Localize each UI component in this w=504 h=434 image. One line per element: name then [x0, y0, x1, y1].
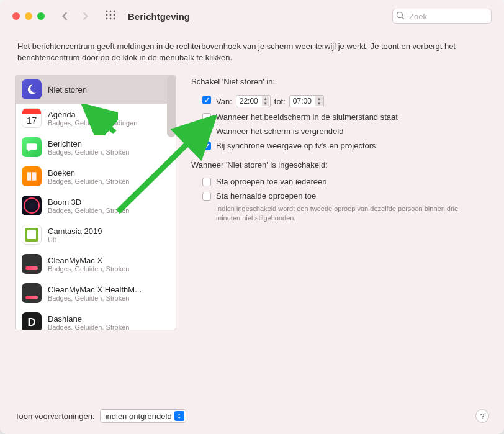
checkbox-locked[interactable] [202, 127, 211, 136]
search-input[interactable] [392, 9, 492, 24]
sidebar-item-dashlane[interactable]: D DashlaneBadges, Geluiden, Stroken [16, 308, 176, 330]
sidebar-item-agenda[interactable]: 17 AgendaBadges, Geluiden, Meldingen [16, 104, 176, 133]
forward-arrow-icon[interactable] [81, 12, 89, 20]
option-time-range: Van: 22:00 ▲▼ tot: 07:00 ▲▼ [191, 93, 484, 110]
grid-icon[interactable] [106, 10, 115, 22]
sidebar-item-boom3d[interactable]: Boom 3DBadges, Geluiden, Stroken [16, 191, 176, 220]
preview-select[interactable]: indien ontgrendeld ▲▼ [100, 409, 186, 423]
checkbox-mirroring[interactable] [202, 142, 211, 150]
option-label: Sta oproepen toe van iedereen [216, 177, 327, 186]
footer: Toon voorvertoningen: indien ontgrendeld… [15, 409, 489, 423]
svg-point-7 [110, 18, 112, 20]
sidebar-item-cleanmymac-health[interactable]: CleanMyMac X HealthM...Badges, Geluiden,… [16, 279, 176, 308]
sidebar-item-sub: Badges, Geluiden, Stroken [48, 207, 129, 214]
settings-panel: Schakel 'Niet storen' in: Van: 22:00 ▲▼ … [186, 75, 489, 330]
checkbox-calls-everyone[interactable] [202, 178, 211, 186]
section-when-enabled-title: Wanneer 'Niet storen' is ingeschakeld: [191, 160, 484, 170]
scrollbar[interactable] [167, 75, 176, 137]
checkbox-display-sleep[interactable] [202, 113, 211, 122]
preferences-window: Berichtgeving Het berichtencentrum geeft… [0, 0, 504, 434]
sidebar-item-label: Dashlane [48, 314, 129, 323]
back-arrow-icon[interactable] [61, 12, 70, 20]
sidebar-item-label: Boom 3D [48, 197, 129, 207]
sidebar-item-sub: Badges, Geluiden, Stroken [48, 178, 129, 185]
sidebar-item-sub: Badges, Geluiden, Stroken [48, 148, 129, 156]
search-icon [396, 11, 405, 20]
sidebar-item-sub: Badges, Geluiden, Stroken [48, 294, 142, 302]
checkbox-time-range[interactable] [202, 96, 211, 104]
option-mirroring: Bij synchrone weergave op tv's en projec… [191, 138, 484, 153]
option-label: Bij synchrone weergave op tv's en projec… [216, 141, 376, 150]
to-time-stepper[interactable]: ▲▼ [315, 96, 323, 106]
option-label: Sta herhaalde oproepen toe [216, 191, 316, 201]
minimize-button[interactable] [25, 12, 32, 20]
boom3d-icon [22, 196, 42, 215]
dashlane-icon: D [22, 312, 42, 330]
titlebar: Berichtgeving [0, 0, 504, 32]
close-button[interactable] [12, 12, 20, 20]
sidebar-item-sub: Uit [48, 236, 102, 243]
option-label: Wanneer het scherm is vergrendeld [216, 127, 343, 136]
select-arrows-icon: ▲▼ [174, 411, 184, 421]
svg-point-5 [114, 14, 115, 16]
svg-point-4 [110, 14, 112, 16]
option-display-sleep: Wanneer het beeldscherm in de sluimersta… [191, 110, 484, 124]
option-repeated-calls: Sta herhaalde oproepen toe [191, 189, 484, 203]
sidebar-item-camtasia[interactable]: Camtasia 2019Uit [16, 220, 176, 250]
sidebar-item-label: Niet storen [48, 85, 87, 94]
from-time-stepper[interactable]: ▲▼ [262, 96, 269, 106]
preview-label: Toon voorvertoningen: [15, 412, 95, 421]
from-time-input[interactable]: 22:00 ▲▼ [236, 95, 271, 107]
svg-point-2 [114, 11, 115, 12]
sidebar-item-label: CleanMyMac X HealthM... [48, 285, 142, 294]
cleanmymac-icon [22, 254, 42, 274]
to-time-input[interactable]: 07:00 ▲▼ [289, 95, 324, 107]
sidebar-item-boeken[interactable]: BoekenBadges, Geluiden, Stroken [16, 162, 176, 191]
sidebar-item-berichten[interactable]: BerichtenBadges, Geluiden, Stroken [16, 133, 176, 162]
option-calls-everyone: Sta oproepen toe van iedereen [191, 174, 484, 189]
books-icon [22, 166, 42, 186]
sidebar-item-niet-storen[interactable]: Niet storen [16, 75, 176, 104]
zoom-button[interactable] [37, 12, 45, 20]
section-enable-title: Schakel 'Niet storen' in: [191, 77, 484, 86]
from-label: Van: [216, 97, 232, 106]
svg-point-9 [397, 12, 403, 18]
option-label: Wanneer het beeldscherm in de sluimersta… [216, 112, 398, 122]
svg-point-6 [106, 18, 108, 20]
app-list[interactable]: Niet storen 17 AgendaBadges, Geluiden, M… [15, 75, 176, 330]
messages-icon [22, 137, 42, 157]
sidebar-item-label: Berichten [48, 139, 129, 148]
sidebar-item-sub: Badges, Geluiden, Meldingen [48, 119, 137, 127]
sidebar-item-cleanmymac[interactable]: CleanMyMac XBadges, Geluiden, Stroken [16, 250, 176, 279]
search-wrap [392, 9, 492, 24]
main-content: Niet storen 17 AgendaBadges, Geluiden, M… [0, 75, 504, 330]
svg-line-10 [402, 17, 405, 20]
sidebar-item-label: Boeken [48, 168, 129, 178]
to-label: tot: [274, 97, 286, 106]
repeated-calls-hint: Indien ingeschakeld wordt een tweede opr… [191, 203, 484, 223]
cleanmymac-health-icon [22, 283, 42, 303]
svg-point-3 [106, 14, 108, 16]
sidebar-item-label: CleanMyMac X [48, 256, 129, 265]
checkbox-repeated-calls[interactable] [202, 192, 211, 201]
calendar-icon: 17 [22, 108, 42, 128]
sidebar-item-sub: Badges, Geluiden, Stroken [48, 323, 129, 331]
nav-arrows [61, 12, 89, 20]
description-text: Het berichtencentrum geeft meldingen in … [0, 32, 504, 75]
svg-point-1 [110, 11, 112, 12]
page-title: Berichtgeving [128, 11, 190, 22]
camtasia-icon [22, 225, 42, 245]
sidebar-item-sub: Badges, Geluiden, Stroken [48, 265, 129, 273]
moon-icon [22, 79, 42, 99]
traffic-lights [12, 12, 45, 20]
svg-point-0 [106, 11, 108, 12]
svg-point-8 [114, 18, 115, 20]
sidebar-item-label: Camtasia 2019 [48, 227, 102, 236]
option-locked: Wanneer het scherm is vergrendeld [191, 124, 484, 138]
help-button[interactable]: ? [475, 409, 489, 423]
sidebar-item-label: Agenda [48, 110, 137, 119]
